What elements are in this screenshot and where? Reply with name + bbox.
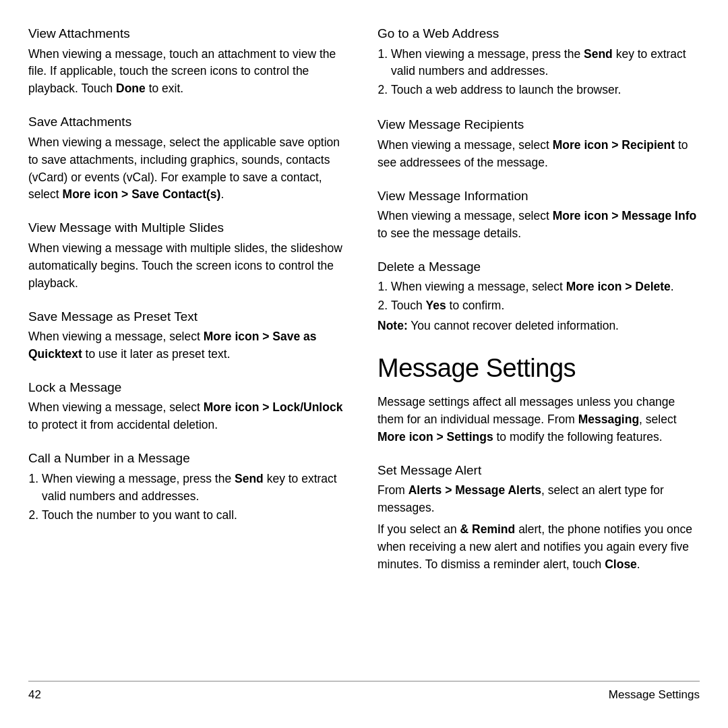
left-column: View Attachments When viewing a message,… — [28, 24, 351, 675]
section-title-save-preset-text: Save Message as Preset Text — [28, 307, 351, 326]
section-body-save-attachments: When viewing a message, select the appli… — [28, 134, 351, 204]
go-to-web-list: When viewing a message, press the Send k… — [377, 46, 700, 100]
list-item: Touch Yes to confirm. — [391, 297, 700, 315]
section-call-number: Call a Number in a Message When viewing … — [28, 449, 351, 525]
section-title-save-attachments: Save Attachments — [28, 113, 351, 131]
section-go-to-web: Go to a Web Address When viewing a messa… — [377, 24, 700, 100]
section-body-view-attachments: When viewing a message, touch an attachm… — [28, 46, 351, 98]
section-title-view-attachments: View Attachments — [28, 24, 351, 43]
footer-section-label: Message Settings — [609, 687, 700, 704]
section-title-call-number: Call a Number in a Message — [28, 449, 351, 468]
call-number-list: When viewing a message, press the Send k… — [28, 471, 351, 524]
section-view-multiple-slides: View Message with Multiple Slides When v… — [28, 218, 351, 292]
delete-message-list: When viewing a message, select More icon… — [377, 278, 700, 315]
section-body-set-message-alert-2: If you select an & Remind alert, the pho… — [377, 521, 700, 574]
page-container: View Attachments When viewing a message,… — [0, 0, 728, 728]
section-body-view-multiple-slides: When viewing a message with multiple sli… — [28, 240, 351, 293]
section-message-settings: Message Settings Message settings affect… — [377, 350, 700, 446]
section-save-preset-text: Save Message as Preset Text When viewing… — [28, 307, 351, 363]
list-item: When viewing a message, press the Send k… — [391, 46, 700, 81]
footer-page-number: 42 — [28, 687, 41, 704]
content-area: View Attachments When viewing a message,… — [28, 24, 700, 675]
section-lock-message: Lock a Message When viewing a message, s… — [28, 378, 351, 434]
section-body-view-recipients: When viewing a message, select More icon… — [377, 137, 700, 172]
section-delete-message: Delete a Message When viewing a message,… — [377, 257, 700, 335]
right-column: Go to a Web Address When viewing a messa… — [377, 24, 700, 675]
section-body-message-settings: Message settings affect all messages unl… — [377, 394, 700, 446]
list-item: Touch a web address to launch the browse… — [391, 82, 700, 99]
section-body-lock-message: When viewing a message, select More icon… — [28, 399, 351, 434]
list-item: Touch the number to you want to call. — [42, 507, 351, 524]
section-body-save-preset-text: When viewing a message, select More icon… — [28, 328, 351, 363]
section-view-attachments: View Attachments When viewing a message,… — [28, 24, 351, 98]
section-title-view-info: View Message Information — [377, 187, 700, 206]
list-item: When viewing a message, select More icon… — [391, 278, 700, 296]
footer-bar: 42 Message Settings — [28, 681, 700, 704]
section-save-attachments: Save Attachments When viewing a message,… — [28, 113, 351, 204]
large-section-title-message-settings: Message Settings — [377, 350, 700, 387]
delete-note: Note: You cannot recover deleted informa… — [377, 317, 700, 335]
section-body-set-message-alert-1: From Alerts > Message Alerts, select an … — [377, 482, 700, 517]
section-set-message-alert: Set Message Alert From Alerts > Message … — [377, 461, 700, 574]
section-title-view-multiple-slides: View Message with Multiple Slides — [28, 218, 351, 237]
section-title-set-message-alert: Set Message Alert — [377, 461, 700, 480]
list-item: When viewing a message, press the Send k… — [42, 471, 351, 506]
section-body-view-info: When viewing a message, select More icon… — [377, 208, 700, 243]
section-title-go-to-web: Go to a Web Address — [377, 24, 700, 43]
section-title-view-recipients: View Message Recipients — [377, 115, 700, 134]
section-title-delete-message: Delete a Message — [377, 257, 700, 276]
section-view-info: View Message Information When viewing a … — [377, 187, 700, 243]
section-title-lock-message: Lock a Message — [28, 378, 351, 397]
section-view-recipients: View Message Recipients When viewing a m… — [377, 115, 700, 171]
